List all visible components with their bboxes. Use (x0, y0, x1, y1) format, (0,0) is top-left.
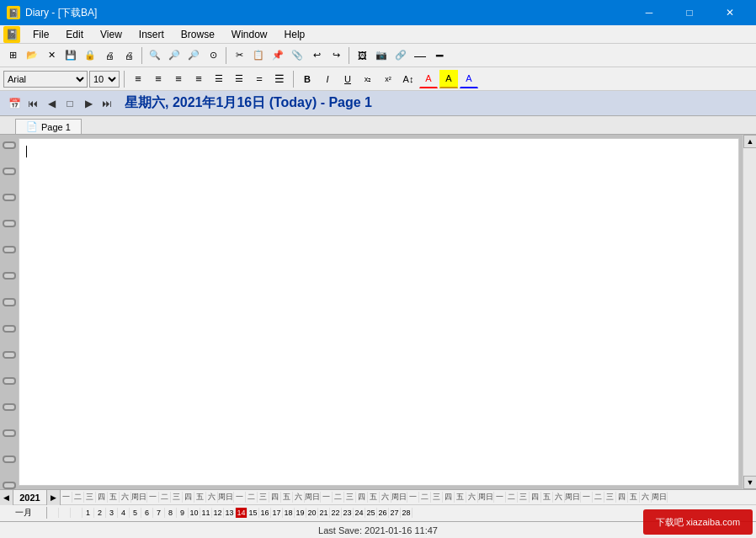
font-selector[interactable]: Arial (3, 71, 88, 88)
title-bar: 📓 Diary - [下载BA] ─ □ ✕ (0, 0, 756, 25)
cal-date-cell[interactable]: 21 (318, 508, 330, 518)
nav-today[interactable]: □ (62, 96, 77, 111)
minimize-button[interactable]: ─ (630, 0, 668, 25)
cal-date-cell[interactable]: 15 (248, 508, 259, 518)
cal-prev-year[interactable]: ◀ (0, 490, 13, 505)
cal-date-cell[interactable]: 5 (130, 508, 141, 518)
menu-edit[interactable]: Edit (58, 26, 91, 43)
cal-date-cell[interactable]: 25 (365, 508, 377, 518)
spiral-ring (3, 429, 16, 437)
align-center[interactable]: ≡ (149, 70, 168, 88)
cal-date-cell[interactable]: 2 (94, 508, 106, 518)
nav-last[interactable]: ⏭ (99, 96, 114, 111)
cal-date-cell[interactable]: 23 (342, 508, 354, 518)
cal-date-cell[interactable]: 1 (83, 508, 94, 518)
close-button[interactable]: ✕ (711, 0, 749, 25)
cal-date-cell[interactable]: 22 (330, 508, 342, 518)
cal-date-cell[interactable]: 8 (165, 508, 177, 518)
toolbar-link[interactable]: 🔗 (391, 46, 410, 65)
align-right[interactable]: ≡ (169, 70, 188, 88)
superscript-button[interactable]: x² (379, 70, 397, 88)
cal-date-cell[interactable]: 12 (212, 508, 224, 518)
nav-next[interactable]: ▶ (81, 96, 96, 111)
toolbar-print2[interactable]: 🖨 (120, 46, 138, 65)
cal-date-cell[interactable]: 6 (141, 508, 153, 518)
toolbar-image[interactable]: 🖼 (353, 46, 371, 65)
toolbar-circle[interactable]: ⊙ (204, 46, 222, 65)
align-left[interactable]: ≡ (129, 70, 147, 88)
cal-date-cell[interactable]: 14 (236, 508, 248, 518)
cal-next-year[interactable]: ▶ (47, 490, 61, 505)
scroll-up[interactable]: ▲ (743, 135, 756, 148)
menu-browse[interactable]: Browse (173, 26, 222, 43)
list-ul[interactable]: ☰ (210, 70, 228, 88)
toolbar-open[interactable]: 📂 (23, 46, 41, 65)
cal-date-cell[interactable]: 27 (389, 508, 401, 518)
subscript-button[interactable]: x₂ (359, 70, 377, 88)
cal-date-cell[interactable]: 10 (189, 508, 200, 518)
toolbar-undo[interactable]: ↩ (307, 46, 326, 65)
maximize-button[interactable]: □ (670, 0, 709, 25)
nav-first[interactable]: ⏮ (25, 96, 40, 111)
cal-date-cell[interactable]: 24 (354, 508, 365, 518)
toolbar-print[interactable]: 🖨 (100, 46, 119, 65)
toolbar-copy[interactable]: 📋 (249, 46, 268, 65)
spiral-ring (3, 194, 16, 201)
menu-insert[interactable]: Insert (131, 26, 172, 43)
nav-prev[interactable]: ◀ (44, 96, 59, 111)
page-tab-1[interactable]: 📄 Page 1 (15, 119, 82, 134)
cal-date-cell[interactable]: 13 (224, 508, 236, 518)
toolbar-spell[interactable]: 🔎 (184, 46, 203, 65)
toolbar-save[interactable]: 💾 (61, 46, 80, 65)
cal-date-cell[interactable]: 9 (177, 508, 189, 518)
size-selector[interactable]: 10 (89, 71, 120, 88)
toolbar-redo[interactable]: ↪ (327, 46, 345, 65)
cal-date-cell[interactable]: 4 (118, 508, 130, 518)
cal-date-cell[interactable]: 3 (106, 508, 118, 518)
cal-date-cell[interactable]: 28 (401, 508, 413, 518)
menu-view[interactable]: View (93, 26, 130, 43)
highlight-yellow[interactable]: A (439, 70, 458, 88)
cal-date-cell[interactable]: 20 (306, 508, 318, 518)
toolbar-line[interactable]: — (411, 46, 429, 65)
cal-date-cell[interactable]: 18 (283, 508, 295, 518)
cal-date-cell[interactable]: 16 (259, 508, 271, 518)
cal-date-cell[interactable] (47, 508, 59, 518)
align-justify[interactable]: ≡ (189, 70, 208, 88)
menu-file[interactable]: File (25, 26, 56, 43)
diary-scrollbar[interactable]: ▲ ▼ (743, 135, 756, 489)
menu-help[interactable]: Help (277, 26, 313, 43)
cal-date-cell[interactable]: 11 (200, 508, 212, 518)
italic-button[interactable]: I (318, 70, 337, 88)
toolbar-cut[interactable]: ✂ (230, 46, 248, 65)
toolbar-paste[interactable]: 📌 (269, 46, 287, 65)
font-color-blue[interactable]: A (460, 70, 478, 88)
menu-window[interactable]: Window (224, 26, 275, 43)
toolbar-close[interactable]: ✕ (42, 46, 61, 65)
bold-button[interactable]: B (298, 70, 317, 88)
toolbar-format[interactable]: 📎 (288, 46, 306, 65)
cal-date-cell[interactable]: 7 (153, 508, 165, 518)
toolbar-find[interactable]: 🔍 (146, 46, 164, 65)
cal-date-cell[interactable]: 19 (295, 508, 306, 518)
toolbar-saveas[interactable]: 🔒 (81, 46, 99, 65)
font-size-increase[interactable]: A↕ (399, 70, 418, 88)
scroll-down[interactable]: ▼ (743, 476, 756, 489)
toolbar-replace[interactable]: 🔎 (165, 46, 184, 65)
scroll-track[interactable] (743, 148, 756, 476)
toolbar-photo[interactable]: 📷 (372, 46, 391, 65)
cal-date-cell[interactable] (71, 508, 83, 518)
indent-in[interactable]: = (250, 70, 269, 88)
cal-date-cell[interactable]: 26 (377, 508, 389, 518)
cal-date-cell[interactable] (59, 508, 71, 518)
list-ol[interactable]: ☰ (230, 70, 248, 88)
page-tab-label: Page 1 (41, 122, 71, 132)
font-color-red[interactable]: A (419, 70, 438, 88)
cal-date-cell[interactable]: 17 (271, 508, 283, 518)
toolbar-new[interactable]: ⊞ (3, 46, 22, 65)
underline-button[interactable]: U (338, 70, 357, 88)
indent-out[interactable]: ☰ (270, 70, 289, 88)
nav-calendar[interactable]: 📅 (7, 96, 22, 111)
toolbar-thickline[interactable]: ━ (430, 46, 449, 65)
diary-page[interactable] (19, 138, 739, 486)
